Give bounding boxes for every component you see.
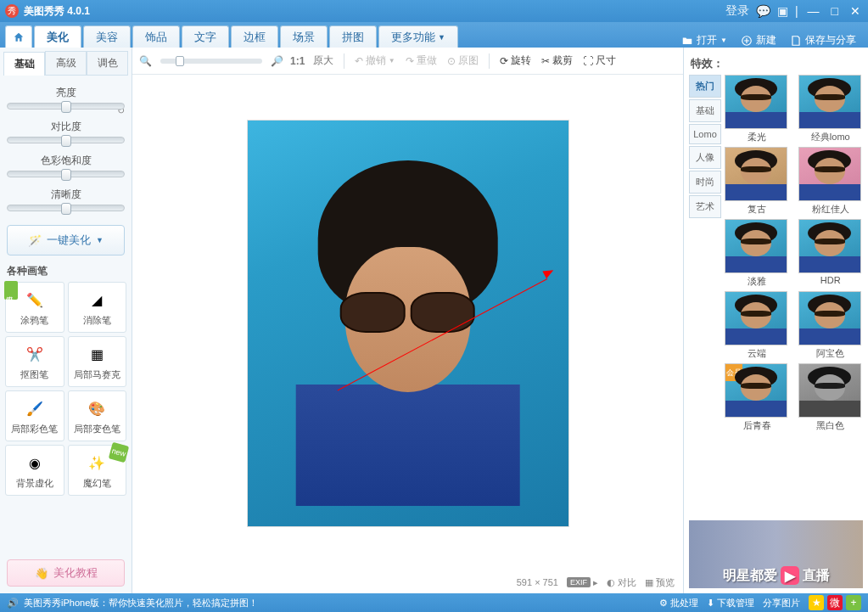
tab-accessory[interactable]: 饰品 [132, 25, 180, 48]
compare-button[interactable]: ◐对比 [607, 576, 636, 589]
zoom-ratio[interactable]: 1:1 原大 [287, 53, 337, 68]
effect-thumb [725, 291, 787, 345]
cat-portrait[interactable]: 人像 [689, 146, 721, 169]
folder-open-icon [681, 35, 693, 47]
tab-cosmetic[interactable]: 美容 [83, 25, 131, 48]
slider-thumb[interactable] [61, 135, 71, 147]
brush-magic[interactable]: new✨魔幻笔 [68, 445, 127, 496]
brush-mosaic[interactable]: ▦局部马赛克 [68, 336, 127, 387]
effect-item[interactable]: 会员后青春 [725, 363, 790, 432]
effect-item[interactable]: 阿宝色 [798, 291, 864, 360]
slider-thumb[interactable] [61, 169, 71, 181]
open-button[interactable]: 打开▼ [675, 33, 734, 48]
hand-icon: 👋 [35, 567, 48, 580]
tab-beautify[interactable]: 美化 [34, 25, 81, 48]
share-link[interactable]: 分享图片 [763, 597, 800, 609]
redo-button[interactable]: ↷重做 [402, 53, 440, 68]
effect-item[interactable]: 云端 [725, 291, 790, 360]
effect-item[interactable]: 淡雅 [725, 219, 790, 288]
qzone-icon[interactable]: ★ [809, 595, 824, 610]
speaker-icon[interactable]: 🔊 [7, 598, 19, 609]
brush-recolor[interactable]: 🎨局部变色笔 [68, 390, 127, 441]
subtab-advanced[interactable]: 高级 [45, 51, 87, 75]
cat-lomo[interactable]: Lomo [689, 124, 721, 144]
separator-icon: | [795, 4, 798, 18]
effect-thumb [798, 147, 861, 201]
sharpness-slider[interactable] [7, 205, 125, 211]
zoom-out-icon[interactable]: 🔍 [139, 55, 152, 67]
crop-button[interactable]: ✂裁剪 [538, 53, 576, 68]
cat-art[interactable]: 艺术 [689, 195, 721, 218]
zoom-in-icon[interactable]: 🔎 [271, 55, 283, 67]
brightness-slider[interactable] [7, 103, 125, 109]
slider-thumb[interactable] [61, 203, 71, 215]
effect-label: 经典lomo [798, 131, 864, 143]
effect-item[interactable]: 黑白色 [798, 363, 864, 432]
chevron-down-icon: ▼ [96, 236, 104, 244]
effect-item[interactable]: 经典lomo [798, 75, 864, 143]
brush-color[interactable]: 🖌️局部彩色笔 [5, 390, 64, 441]
plus-circle-icon [741, 35, 753, 47]
slider-thumb[interactable] [176, 56, 184, 66]
canvas-content[interactable] [132, 75, 683, 571]
weibo-icon[interactable]: 微 [827, 595, 843, 610]
brushes-title: 各种画笔 [3, 259, 128, 282]
feedback-icon[interactable]: 💬 [756, 4, 770, 18]
home-button[interactable] [5, 25, 32, 48]
cat-fashion[interactable]: 时尚 [689, 171, 721, 194]
effect-item[interactable]: 粉红佳人 [798, 147, 864, 216]
tab-scene[interactable]: 场景 [280, 25, 328, 48]
preview-button[interactable]: ▦预览 [645, 576, 675, 589]
exif-button[interactable]: EXIF▸ [567, 577, 598, 588]
undo-button[interactable]: ↶撤销▼ [351, 53, 399, 68]
status-bar: 🔊 美图秀秀iPhone版：帮你快速美化照片，轻松搞定拼图！ ⚙批处理 ⬇下载管… [0, 593, 868, 612]
promo-text-2: 直播 [803, 567, 830, 585]
zoom-slider[interactable] [160, 59, 262, 64]
cat-hot[interactable]: 热门 [689, 75, 721, 98]
slider-thumb[interactable] [61, 101, 71, 113]
effect-item[interactable]: HDR [798, 219, 864, 288]
skin-icon[interactable]: ▣ [777, 4, 788, 18]
cat-basic[interactable]: 基础 [689, 99, 721, 122]
saturation-slider[interactable] [7, 171, 125, 177]
saturation-label: 色彩饱和度 [7, 154, 125, 168]
tab-collage[interactable]: 拼图 [329, 25, 377, 48]
save-share-button[interactable]: 保存与分享 [783, 33, 863, 48]
download-link[interactable]: ⬇下载管理 [707, 597, 754, 609]
brush-cutout[interactable]: ✂️抠图笔 [5, 336, 64, 387]
one-click-beautify-button[interactable]: 🪄 一键美化 ▼ [7, 225, 125, 255]
canvas-toolbar: 🔍 🔎 1:1 原大 ↶撤销▼ ↷重做 ⊙原图 ⟳旋转 ✂裁剪 ⛶尺寸 [132, 48, 683, 75]
maximize-button[interactable]: □ [829, 4, 841, 18]
brush-blur[interactable]: ◉背景虚化 [5, 445, 64, 496]
effect-item[interactable]: 复古 [725, 147, 790, 216]
brush-doodle[interactable]: 升级✏️涂鸦笔 [5, 282, 64, 333]
photo-image [247, 120, 569, 527]
minimize-button[interactable]: — [805, 4, 822, 18]
effect-item[interactable]: 柔光 [725, 75, 790, 143]
subtab-basic[interactable]: 基础 [3, 52, 45, 76]
contrast-slider[interactable] [7, 137, 125, 143]
effect-thumb [798, 219, 861, 273]
tab-more[interactable]: 更多功能▼ [378, 25, 458, 48]
effect-label: 柔光 [725, 131, 790, 143]
brightness-label: 亮度 [7, 86, 125, 100]
tutorial-button[interactable]: 👋 美化教程 [7, 559, 125, 587]
tab-frame[interactable]: 边框 [231, 25, 278, 48]
tab-text[interactable]: 文字 [182, 25, 229, 48]
rotate-button[interactable]: ⟳旋转 [496, 53, 535, 68]
size-button[interactable]: ⛶尺寸 [580, 53, 619, 68]
effect-label: 黑白色 [798, 419, 864, 432]
login-link[interactable]: 登录 [725, 3, 749, 19]
promo-banner[interactable]: 明星都爱 ▶ 直播 [689, 520, 863, 588]
batch-link[interactable]: ⚙批处理 [659, 597, 698, 609]
original-button[interactable]: ⊙原图 [444, 53, 482, 68]
close-button[interactable]: ✕ [848, 4, 863, 18]
effect-label: 粉红佳人 [798, 203, 864, 216]
subtab-color[interactable]: 调色 [87, 51, 128, 75]
new-button[interactable]: 新建 [734, 33, 783, 48]
add-icon[interactable]: + [846, 595, 861, 610]
brush-erase[interactable]: ◢消除笔 [68, 282, 127, 333]
effects-title: 特效： [689, 53, 863, 75]
brush-icon: 🖌️ [23, 396, 47, 420]
app-title: 美图秀秀 4.0.1 [24, 4, 725, 19]
